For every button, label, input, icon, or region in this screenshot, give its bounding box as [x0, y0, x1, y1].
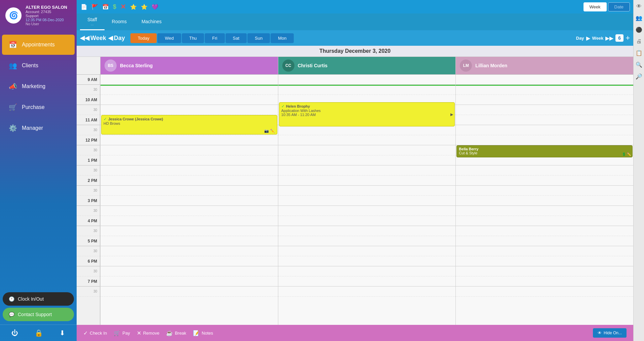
sidebar-item-label: Marketing	[22, 83, 45, 89]
slot	[278, 125, 456, 135]
calendar-nav: ◀◀ Week ◀ Day Today Wed Thu Fri Sat Sun …	[77, 30, 633, 46]
tab-staff[interactable]: Staff ...	[80, 13, 105, 30]
bottom-toolbar: ✓ Check In 🛒 Pay ✕ Remove ☕ Break 📝 Note…	[77, 325, 633, 341]
play-icon: ▶	[450, 112, 453, 116]
slot	[456, 105, 633, 115]
slot	[100, 145, 278, 155]
zoom-out-icon[interactable]: 🔍	[636, 62, 642, 68]
slot	[278, 135, 456, 145]
slot	[100, 75, 278, 85]
remove-button[interactable]: ✕ Remove	[137, 330, 159, 336]
day-tab-sun[interactable]: Sun	[247, 33, 270, 43]
slot	[456, 125, 633, 135]
break-label: Break	[175, 331, 186, 336]
availability-line-lillian	[456, 85, 633, 86]
schedule-col-lillian[interactable]: Bella Berry Cut & Style 💲 ✏️	[455, 75, 633, 325]
slot	[278, 256, 456, 266]
users-icon[interactable]: 👥	[636, 15, 642, 21]
hide-online-button[interactable]: 👁 Hide On...	[593, 328, 627, 338]
next-day-button[interactable]: Day	[576, 36, 584, 41]
appointment-jessica-crowe[interactable]: ✓ Jessica Crowe (Jessica Crowe) HD Brows…	[101, 115, 277, 135]
sidebar-item-purchase[interactable]: 🛒 Purchase	[2, 97, 75, 117]
date-view-button[interactable]: Date	[608, 2, 630, 11]
appointment-bella-berry[interactable]: Bella Berry Cut & Style 💲 ✏️	[456, 145, 633, 157]
star2-icon[interactable]: ⭐	[141, 4, 148, 10]
slot	[456, 226, 633, 236]
pay-button[interactable]: 🛒 Pay	[114, 330, 130, 336]
break-button[interactable]: ☕ Break	[166, 330, 186, 336]
prev-day-button[interactable]: ◀ Day	[108, 34, 125, 42]
contact-support-button[interactable]: 💬 Contact Support	[3, 308, 74, 321]
day-label: Day	[114, 35, 125, 42]
slot	[100, 135, 278, 145]
notes-icon: 📝	[193, 330, 200, 336]
heart-icon[interactable]: 💜	[152, 4, 158, 10]
schedule-col-christi[interactable]: ✓ Helen Brophy Application With Lashes 1…	[278, 75, 456, 325]
slot	[456, 256, 633, 266]
document-icon[interactable]: 📄	[81, 4, 87, 10]
sidebar-item-clients[interactable]: 👥 Clients	[2, 55, 75, 76]
avatar-christi: CC	[282, 60, 294, 72]
sidebar-item-manager[interactable]: ⚙️ Manager	[2, 118, 75, 138]
time-3pm: 3 PM	[77, 196, 100, 206]
sidebar-item-marketing[interactable]: 📣 Marketing	[2, 76, 75, 97]
main-content: 📄 🚩 📅 $ ✕ ⭐ ⭐ 💜 Week Date Staff ... Room…	[77, 0, 633, 341]
circle-icon[interactable]: ⚫	[636, 27, 642, 33]
dollar-icon[interactable]: $	[113, 3, 116, 10]
time-slots-area: 9 AM 30 10 AM 30 11 AM 30 12 PM 30 1 PM …	[77, 75, 633, 325]
sidebar-item-appointments[interactable]: 📅 Appointments	[2, 35, 75, 55]
notes-button[interactable]: 📝 Notes	[193, 330, 213, 336]
day-tab-thu[interactable]: Thu	[182, 33, 204, 43]
day-tab-today[interactable]: Today	[130, 33, 157, 43]
staff-header-becca: BS Becca Sterling	[100, 57, 278, 74]
slot	[456, 186, 633, 196]
appt-service: HD Brows	[104, 121, 275, 125]
tab-rooms[interactable]: Rooms	[105, 15, 134, 29]
lock-icon[interactable]: 🔒	[35, 329, 43, 337]
remove-icon: ✕	[137, 330, 141, 336]
flag-icon[interactable]: 🚩	[91, 4, 98, 10]
check-in-button[interactable]: ✓ Check In	[83, 330, 107, 336]
print-icon[interactable]: 🖨	[636, 38, 642, 44]
staff-name-lillian: Lillian Morden	[475, 63, 507, 68]
clock-label: Clock In/Out	[18, 296, 44, 302]
nav-items: 📅 Appointments 👥 Clients 📣 Marketing 🛒 P…	[0, 31, 77, 289]
clock-inout-button[interactable]: 🕐 Clock In/Out	[3, 292, 74, 306]
power-icon[interactable]: ⏻	[11, 329, 18, 337]
add-button[interactable]: +	[626, 34, 630, 42]
salon-info: ALTER EGO SALON Account: 27435 Support 1…	[26, 5, 67, 26]
day-tab-wed[interactable]: Wed	[157, 33, 181, 43]
time-12pm: 12 PM	[77, 135, 100, 145]
availability-line-becca	[100, 85, 278, 86]
zoom-in-icon[interactable]: 🔎	[636, 73, 642, 80]
right-icons-panel: 👁 👥 ⚫ 🖨 📋 🔍 🔎	[633, 0, 644, 341]
close-icon[interactable]: ✕	[120, 3, 126, 11]
calendar-icon[interactable]: 📅	[102, 4, 109, 10]
appointment-helen-brophy[interactable]: ✓ Helen Brophy Application With Lashes 1…	[279, 102, 455, 126]
clock-icon: 🕐	[9, 296, 14, 302]
clipboard-icon[interactable]: 📋	[636, 50, 642, 56]
slot	[100, 216, 278, 226]
slot	[456, 135, 633, 145]
slot	[278, 236, 456, 246]
pay-label: Pay	[122, 331, 130, 336]
star-icon[interactable]: ⭐	[130, 4, 137, 10]
day-tab-mon[interactable]: Mon	[271, 33, 294, 43]
sidebar-item-label: Manager	[22, 125, 43, 131]
slot	[278, 226, 456, 236]
schedule-col-becca[interactable]: ✓ Jessica Crowe (Jessica Crowe) HD Brows…	[100, 75, 278, 325]
time-4pm: 4 PM	[77, 216, 100, 226]
sidebar-item-label: Appointments	[22, 42, 55, 48]
prev-week-button[interactable]: ◀◀ Week	[80, 34, 106, 42]
tab-machines[interactable]: Machines	[134, 15, 169, 29]
appt-client-name: Jessica Crowe (Jessica Crowe)	[108, 117, 163, 121]
week-view-button[interactable]: Week	[583, 2, 607, 11]
next-week-button[interactable]: Week	[592, 36, 604, 41]
date-heading: Thursday December 3, 2020	[77, 46, 633, 57]
visibility-icon[interactable]: 👁	[636, 3, 642, 9]
download-icon[interactable]: ⬇	[59, 329, 65, 337]
slot	[278, 266, 456, 276]
day-tab-sat[interactable]: Sat	[226, 33, 247, 43]
pay-icon: 🛒	[114, 330, 120, 336]
day-tab-fri[interactable]: Fri	[205, 33, 225, 43]
